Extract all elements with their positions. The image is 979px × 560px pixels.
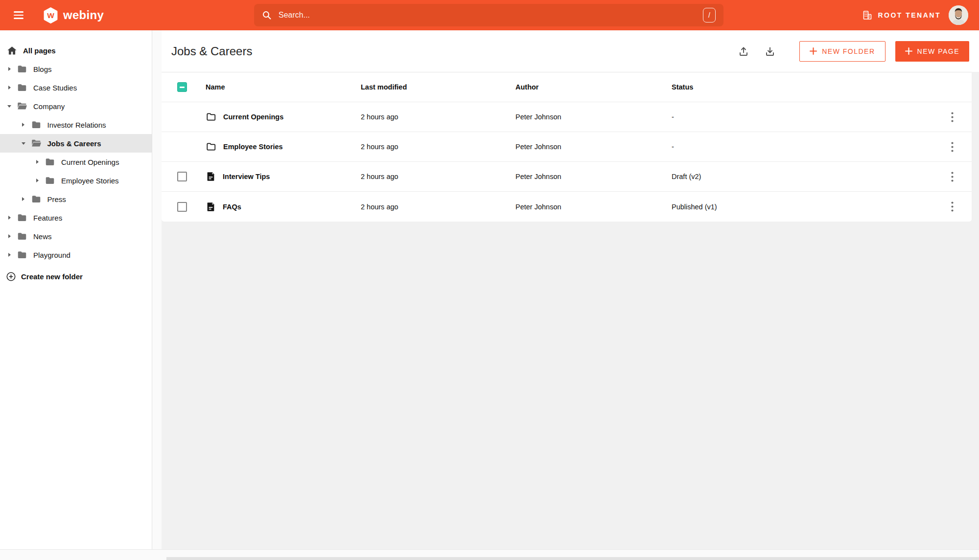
row-author: Peter Johnson (515, 203, 672, 211)
table-row[interactable]: Interview Tips2 hours agoPeter JohnsonDr… (162, 162, 972, 192)
folder-tree: BlogsCase StudiesCompanyInvestor Relatio… (0, 60, 152, 264)
pages-table: Name Last modified Author Status Current… (162, 72, 972, 222)
table-row[interactable]: FAQs2 hours agoPeter JohnsonPublished (v… (162, 192, 972, 222)
webiny-hexagon-icon: W (43, 7, 58, 23)
plus-icon (810, 47, 817, 55)
row-last-modified: 2 hours ago (361, 143, 515, 151)
row-status: Published (v1) (672, 203, 932, 211)
sidebar-item-label: Press (47, 195, 66, 203)
search-input[interactable] (279, 11, 703, 20)
export-pages-button[interactable] (760, 42, 780, 61)
row-checkbox[interactable] (177, 202, 187, 212)
folder-icon (17, 64, 27, 74)
webiny-logo[interactable]: W webiny (43, 7, 104, 23)
row-status: - (672, 113, 932, 121)
caret-right-icon[interactable] (35, 178, 40, 183)
row-actions-menu-icon[interactable] (948, 169, 956, 185)
sidebar-item-blogs[interactable]: Blogs (0, 60, 152, 78)
sidebar-gutter (152, 30, 162, 549)
caret-right-icon[interactable] (7, 67, 12, 71)
folder-icon (17, 212, 27, 223)
row-name: Current Openings (223, 113, 283, 121)
folder-icon (45, 175, 55, 186)
create-new-folder-button[interactable]: Create new folder (0, 267, 152, 286)
search-bar[interactable]: / (254, 4, 723, 26)
page-title: Jobs & Careers (171, 45, 252, 58)
tenant-selector[interactable]: ROOT TENANT (862, 10, 941, 21)
caret-right-icon[interactable] (7, 215, 12, 220)
row-actions-menu-icon[interactable] (948, 199, 956, 215)
top-bar: W webiny / (0, 0, 979, 30)
sidebar-item-label: Blogs (33, 65, 52, 73)
row-status: - (672, 143, 932, 151)
sidebar-item-employee-stories[interactable]: Employee Stories (0, 171, 152, 190)
sidebar-item-features[interactable]: Features (0, 208, 152, 227)
caret-right-icon[interactable] (7, 85, 12, 90)
page-document-icon (206, 171, 216, 182)
select-all-checkbox[interactable] (177, 82, 187, 92)
row-last-modified: 2 hours ago (361, 203, 515, 211)
user-avatar[interactable] (949, 5, 968, 25)
table-zone: Name Last modified Author Status Current… (162, 72, 979, 549)
sidebar-item-label: Case Studies (33, 84, 77, 92)
sidebar-item-news[interactable]: News (0, 227, 152, 246)
svg-text:W: W (47, 11, 54, 20)
folder-icon (17, 82, 27, 93)
building-icon (862, 10, 873, 21)
column-header-last-modified: Last modified (361, 83, 515, 91)
brand-wordmark: webiny (63, 8, 104, 22)
caret-down-icon[interactable] (21, 141, 26, 146)
tenant-label: ROOT TENANT (878, 11, 941, 19)
sidebar-item-case-studies[interactable]: Case Studies (0, 78, 152, 97)
sidebar-item-label: Current Openings (61, 158, 119, 166)
column-header-author: Author (515, 83, 672, 91)
scrollbar-thumb[interactable] (166, 557, 979, 560)
caret-right-icon[interactable] (21, 122, 26, 127)
folder-icon (17, 231, 27, 242)
page-document-icon (206, 202, 216, 212)
sidebar-item-label: Employee Stories (61, 177, 119, 185)
folder-icon (31, 119, 42, 130)
hamburger-menu-icon[interactable] (14, 11, 23, 19)
create-folder-label: Create new folder (21, 272, 83, 281)
caret-right-icon[interactable] (7, 234, 12, 239)
sidebar-item-press[interactable]: Press (0, 190, 152, 208)
table-row[interactable]: Employee Stories2 hours agoPeter Johnson… (162, 132, 972, 162)
main-content: Jobs & Careers (162, 30, 979, 549)
row-author: Peter Johnson (515, 173, 672, 180)
folder-icon (17, 249, 27, 260)
sidebar-item-all-pages[interactable]: All pages (0, 41, 152, 60)
row-checkbox[interactable] (177, 172, 187, 181)
row-status: Draft (v2) (672, 173, 932, 180)
sidebar-item-playground[interactable]: Playground (0, 246, 152, 264)
plus-circle-icon (6, 271, 16, 282)
folder-outline-icon (206, 141, 216, 152)
import-pages-button[interactable] (734, 42, 753, 61)
folder-open-icon (17, 101, 27, 112)
folder-outline-icon (206, 112, 216, 122)
new-page-button[interactable]: NEW PAGE (895, 41, 969, 62)
sidebar-item-current-openings[interactable]: Current Openings (0, 153, 152, 171)
caret-right-icon[interactable] (35, 159, 40, 164)
home-icon (7, 45, 17, 56)
sidebar: All pages BlogsCase StudiesCompanyInvest… (0, 30, 152, 549)
search-icon (262, 10, 272, 20)
new-folder-button[interactable]: NEW FOLDER (799, 41, 885, 62)
row-actions-menu-icon[interactable] (948, 109, 956, 125)
row-actions-menu-icon[interactable] (948, 139, 956, 155)
sidebar-item-jobs-careers[interactable]: Jobs & Careers (0, 134, 152, 153)
caret-right-icon[interactable] (21, 197, 26, 202)
table-row[interactable]: Current Openings2 hours agoPeter Johnson… (162, 102, 972, 132)
sidebar-item-label: Company (33, 102, 65, 111)
sidebar-item-label: Investor Relations (47, 121, 106, 129)
sidebar-item-company[interactable]: Company (0, 97, 152, 115)
caret-right-icon[interactable] (7, 252, 12, 257)
column-header-status: Status (672, 83, 932, 91)
horizontal-scrollbar[interactable] (0, 549, 979, 560)
sidebar-item-investor-relations[interactable]: Investor Relations (0, 115, 152, 134)
sidebar-item-label: All pages (23, 46, 56, 55)
search-shortcut-badge: / (703, 8, 716, 22)
sidebar-item-label: Features (33, 214, 62, 222)
caret-down-icon[interactable] (7, 104, 12, 109)
row-author: Peter Johnson (515, 143, 672, 151)
